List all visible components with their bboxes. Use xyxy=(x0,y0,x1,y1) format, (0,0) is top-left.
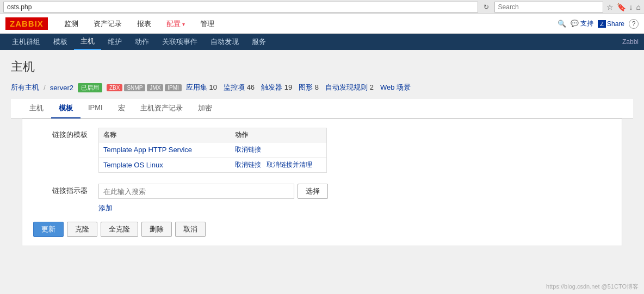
tab-macros[interactable]: 宏 xyxy=(110,99,133,118)
indicator-label: 链接指示器 xyxy=(33,184,88,213)
refresh-icon[interactable]: ↻ xyxy=(481,3,491,11)
breadcrumb-sep: / xyxy=(44,84,46,92)
ipmi-badge: IPMI xyxy=(165,84,182,91)
page-content: 主机 所有主机 / server2 已启用 ZBX SNMP JMX IPMI … xyxy=(0,50,644,255)
linked-templates-section: 链接的模板 名称 动作 Template App HTTP Service 取消… xyxy=(33,128,611,173)
jmx-badge: JMX xyxy=(147,84,163,91)
nav-assets[interactable]: 资产记录 xyxy=(86,15,129,33)
template-actions-2: 取消链接 取消链接并清理 xyxy=(235,160,322,170)
indicator-content: 选择 添加 xyxy=(98,184,328,213)
sec-nav-hosts[interactable]: 主机 xyxy=(74,34,101,50)
clone-button[interactable]: 克隆 xyxy=(67,222,97,237)
stat-graphs[interactable]: 图形 8 xyxy=(299,83,319,92)
logo[interactable]: ZABBIX xyxy=(5,17,48,30)
tabs-bar: 主机 模板 IPMI 宏 主机资产记录 加密 xyxy=(11,99,633,118)
template-name-2: Template OS Linux xyxy=(103,161,235,169)
nav-config[interactable]: 配置 xyxy=(159,15,193,33)
host-stats: 应用集 10 监控项 46 触发器 19 图形 8 自动发现规则 2 Web 场… xyxy=(186,83,411,92)
table-row: Template App HTTP Service 取消链接 xyxy=(99,142,326,158)
action-buttons: 更新 克隆 全克隆 删除 取消 xyxy=(33,222,611,237)
tab-host[interactable]: 主机 xyxy=(22,99,51,118)
indicator-search-row: 选择 xyxy=(98,184,328,199)
cancel-button[interactable]: 取消 xyxy=(175,222,206,237)
share-link[interactable]: Z Share xyxy=(598,20,624,28)
full-clone-button[interactable]: 全克隆 xyxy=(101,222,138,237)
update-button[interactable]: 更新 xyxy=(33,222,64,237)
unlink-action-2[interactable]: 取消链接 xyxy=(235,161,261,168)
support-link[interactable]: 💬 支持 xyxy=(571,19,593,28)
protocol-badges: ZBX SNMP JMX IPMI xyxy=(107,84,182,91)
nav-admin[interactable]: 管理 xyxy=(193,15,222,33)
form-area: 链接的模板 名称 动作 Template App HTTP Service 取消… xyxy=(22,118,622,246)
table-row: Template OS Linux 取消链接 取消链接并清理 xyxy=(99,158,326,172)
sec-nav-actions[interactable]: 动作 xyxy=(128,34,156,50)
stat-web[interactable]: Web 场景 xyxy=(380,83,411,92)
delete-button[interactable]: 删除 xyxy=(141,222,172,237)
host-info-bar: 所有主机 / server2 已启用 ZBX SNMP JMX IPMI 应用集… xyxy=(11,83,633,92)
bookmark-icon[interactable]: ☆ xyxy=(606,3,614,11)
stat-discovery[interactable]: 自动发现规则 2 xyxy=(325,83,374,92)
home-icon[interactable]: ⌂ xyxy=(636,3,641,11)
col-name-header: 名称 xyxy=(103,130,235,140)
sec-nav-discovery[interactable]: 自动发现 xyxy=(204,34,245,50)
linked-templates-content: 名称 动作 Template App HTTP Service 取消链接 xyxy=(98,128,611,173)
current-user: Zabbi xyxy=(622,38,639,46)
reader-icon[interactable]: 🔖 xyxy=(617,3,626,11)
sec-nav-maintenance[interactable]: 维护 xyxy=(101,34,128,50)
templates-table-header: 名称 动作 xyxy=(99,128,326,142)
help-icon[interactable]: ? xyxy=(629,19,639,29)
url-bar[interactable] xyxy=(3,2,478,12)
tab-asset[interactable]: 主机资产记录 xyxy=(133,99,190,118)
sec-nav: 主机群组 模板 主机 维护 动作 关联项事件 自动发现 服务 Zabbi xyxy=(0,34,644,50)
indicator-input[interactable] xyxy=(98,184,294,199)
unlink-clean-action-2[interactable]: 取消链接并清理 xyxy=(267,161,312,168)
top-nav: ZABBIX 监测 资产记录 报表 配置 管理 🔍 💬 支持 Z Share ? xyxy=(0,14,644,34)
logo-text: ZABBIX xyxy=(10,19,44,28)
stat-triggers[interactable]: 触发器 19 xyxy=(261,83,292,92)
tab-template[interactable]: 模板 xyxy=(51,99,81,118)
page-title: 主机 xyxy=(11,59,633,75)
snmp-badge: SNMP xyxy=(124,84,145,91)
unlink-action-1[interactable]: 取消链接 xyxy=(235,146,261,153)
linked-templates-label: 链接的模板 xyxy=(33,128,88,173)
template-link-1[interactable]: Template App HTTP Service xyxy=(103,146,192,154)
sec-nav-events[interactable]: 关联项事件 xyxy=(156,34,204,50)
browser-bar: ↻ ☆ 🔖 ↓ ⌂ xyxy=(0,0,644,14)
nav-reports[interactable]: 报表 xyxy=(129,15,159,33)
download-icon[interactable]: ↓ xyxy=(629,3,633,11)
host-link[interactable]: server2 xyxy=(50,84,73,92)
template-name-1: Template App HTTP Service xyxy=(103,146,235,154)
top-menu: 监测 资产记录 报表 配置 管理 xyxy=(57,15,558,33)
select-button[interactable]: 选择 xyxy=(298,184,328,199)
top-right: 🔍 💬 支持 Z Share ? xyxy=(558,19,639,29)
templates-table: 名称 动作 Template App HTTP Service 取消链接 xyxy=(98,128,327,173)
browser-search-input[interactable] xyxy=(494,2,603,12)
nav-monitor[interactable]: 监测 xyxy=(57,15,86,33)
sec-nav-hostgroup[interactable]: 主机群组 xyxy=(5,34,47,50)
share-icon: Z xyxy=(598,20,606,28)
template-link-2[interactable]: Template OS Linux xyxy=(103,161,163,169)
stat-monitors[interactable]: 监控项 46 xyxy=(224,83,255,92)
stat-appsets[interactable]: 应用集 10 xyxy=(186,83,217,92)
all-hosts-link[interactable]: 所有主机 xyxy=(11,83,39,92)
status-badge: 已启用 xyxy=(78,83,102,92)
support-icon: 💬 xyxy=(571,20,579,27)
sec-nav-template[interactable]: 模板 xyxy=(47,34,74,50)
search-icon-top[interactable]: 🔍 xyxy=(558,20,566,28)
zbx-badge: ZBX xyxy=(107,84,122,91)
template-actions-1: 取消链接 xyxy=(235,145,322,154)
tab-ipmi[interactable]: IPMI xyxy=(81,99,110,118)
tab-encryption[interactable]: 加密 xyxy=(190,99,220,118)
sec-nav-services[interactable]: 服务 xyxy=(245,34,273,50)
col-action-header: 动作 xyxy=(235,130,322,140)
add-link[interactable]: 添加 xyxy=(98,203,328,213)
indicator-section: 链接指示器 选择 添加 xyxy=(33,184,611,213)
